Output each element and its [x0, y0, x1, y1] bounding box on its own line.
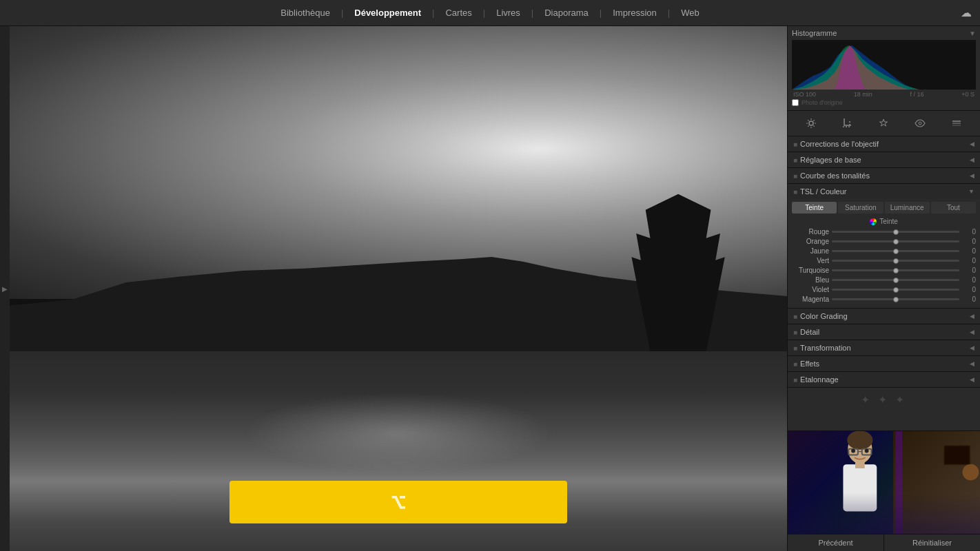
nav-sep-1: | — [341, 8, 343, 18]
top-navigation: Bibliothèque | Développement | Cartes | … — [0, 0, 980, 26]
slider-rouge: Rouge 0 — [792, 228, 976, 236]
photo-origin-checkbox[interactable] — [792, 99, 799, 106]
section-reglages-base: ■ Réglages de base ◀ — [788, 152, 980, 168]
slider-value-orange: 0 — [959, 238, 976, 245]
histogram-header: Histogramme ▼ — [792, 29, 976, 37]
section-toggle-dot-5: ■ — [793, 313, 797, 320]
shortcut-overlay: ⌥ — [229, 481, 567, 523]
tsl-content-header: Teinte — [792, 218, 976, 225]
webcam-feed — [788, 430, 980, 534]
nav-web[interactable]: Web — [678, 6, 702, 19]
section-toggle-dot-9: ■ — [793, 376, 797, 384]
section-header-reglages[interactable]: ■ Réglages de base ◀ — [788, 152, 980, 167]
shortcut-symbol: ⌥ — [391, 488, 406, 517]
nav-sep-3: | — [483, 8, 485, 18]
nav-impression[interactable]: Impression — [610, 6, 660, 19]
nav-sep-2: | — [432, 8, 434, 18]
slider-value-violet: 0 — [959, 286, 976, 293]
svg-point-0 — [809, 121, 813, 125]
tool-icons-row — [788, 111, 980, 136]
section-header-effets[interactable]: ■ Effets ◀ — [788, 356, 980, 371]
section-toggle-dot-7: ■ — [793, 344, 797, 352]
slider-label-turquoise: Turquoise — [792, 267, 832, 274]
section-tsl: ■ TSL / Couleur ▼ Teinte Saturation Lumi… — [788, 184, 980, 309]
slider-label-jaune: Jaune — [792, 247, 832, 255]
etalonnage-arrow: ◀ — [970, 376, 974, 383]
section-header-tsl[interactable]: ■ TSL / Couleur ▼ — [788, 184, 980, 199]
nav-bibliotheque[interactable]: Bibliothèque — [278, 6, 333, 19]
slider-label-rouge: Rouge — [792, 228, 832, 236]
nav-diaporama[interactable]: Diaporama — [542, 6, 591, 19]
section-toggle-dot-8: ■ — [793, 360, 797, 368]
corrections-arrow: ◀ — [970, 141, 974, 147]
section-header-etalonnage[interactable]: ■ Etalonnage ◀ — [788, 372, 980, 387]
detail-label: Détail — [800, 328, 819, 336]
section-color-grading: ■ Color Grading ◀ — [788, 309, 980, 324]
slider-track-magenta[interactable] — [832, 298, 959, 300]
crop-icon[interactable] — [839, 115, 856, 132]
tab-tout[interactable]: Tout — [931, 202, 976, 214]
nav-livres[interactable]: Livres — [493, 6, 523, 19]
slider-label-vert: Vert — [792, 257, 832, 264]
etalonnage-label: Etalonnage — [800, 375, 839, 384]
develop-settings-icon[interactable] — [803, 115, 819, 132]
svg-rect-15 — [945, 446, 970, 464]
left-panel-toggle[interactable]: ▶ — [0, 26, 10, 551]
slider-magenta: Magenta 0 — [792, 295, 976, 303]
slider-track-jaune[interactable] — [832, 250, 959, 252]
histogram-title: Histogramme — [792, 29, 837, 37]
tab-saturation[interactable]: Saturation — [838, 202, 883, 214]
histogram-section: Histogramme ▼ ISO 100 18 min — [788, 26, 980, 111]
section-header-transformation[interactable]: ■ Transformation ◀ — [788, 340, 980, 355]
courbe-label: Courbe des tonalités — [800, 171, 870, 180]
corrections-label: Corrections de l'objectif — [800, 140, 879, 148]
reglages-arrow: ◀ — [970, 156, 974, 163]
hist-iso: ISO 100 — [793, 91, 816, 98]
slider-track-rouge[interactable] — [832, 231, 959, 233]
heal-icon[interactable] — [875, 115, 892, 132]
water-reflection — [243, 393, 553, 472]
section-effets: ■ Effets ◀ — [788, 356, 980, 372]
section-header-detail[interactable]: ■ Détail ◀ — [788, 324, 980, 340]
slider-track-violet[interactable] — [832, 289, 959, 291]
svg-point-12 — [851, 449, 855, 453]
nav-sep-6: | — [668, 8, 670, 18]
slider-track-orange[interactable] — [832, 240, 959, 242]
panel-scroll[interactable]: ■ Corrections de l'objectif ◀ ■ Réglages… — [788, 136, 980, 430]
section-header-color-grading[interactable]: ■ Color Grading ◀ — [788, 309, 980, 324]
effets-label: Effets — [800, 360, 819, 368]
reset-button[interactable]: Réinitialiser — [884, 534, 980, 551]
slider-track-vert[interactable] — [832, 260, 959, 262]
right-panel: Histogramme ▼ ISO 100 18 min — [787, 26, 980, 551]
hist-time: 18 min — [854, 91, 872, 98]
section-header-courbe[interactable]: ■ Courbe des tonalités ◀ — [788, 168, 980, 183]
nav-developpement[interactable]: Développement — [351, 6, 424, 19]
monitor-glow — [788, 492, 980, 534]
section-toggle-dot-1: ■ — [793, 141, 797, 148]
photo-origin-row: Photo d'origine — [792, 98, 976, 107]
tab-teinte[interactable]: Teinte — [792, 202, 837, 214]
slider-track-bleu[interactable] — [832, 279, 959, 281]
hist-aperture: f / 16 — [910, 91, 923, 98]
color-grading-label: Color Grading — [800, 312, 847, 320]
nav-cartes[interactable]: Cartes — [442, 6, 474, 19]
redeye-icon[interactable] — [912, 115, 928, 132]
section-courbe: ■ Courbe des tonalités ◀ — [788, 168, 980, 184]
prev-button[interactable]: Précédent — [788, 534, 884, 551]
nav-sep-4: | — [531, 8, 533, 18]
slider-track-turquoise[interactable] — [832, 269, 959, 271]
tab-luminance[interactable]: Luminance — [885, 202, 930, 214]
histogram-svg — [792, 40, 976, 90]
slider-bleu: Bleu 0 — [792, 276, 976, 284]
svg-point-6 — [847, 431, 872, 450]
cloud-icon[interactable]: ☁ — [961, 6, 972, 19]
graduated-filter-icon[interactable] — [948, 115, 965, 132]
webcam-background — [788, 431, 980, 534]
section-header-corrections[interactable]: ■ Corrections de l'objectif ◀ — [788, 136, 980, 152]
histogram-arrow[interactable]: ▼ — [969, 30, 976, 37]
transformation-arrow: ◀ — [970, 344, 974, 351]
decorative-ornament: ✦ ✦ ✦ — [788, 388, 980, 412]
svg-point-13 — [864, 449, 868, 453]
slider-label-orange: Orange — [792, 238, 832, 245]
slider-value-turquoise: 0 — [959, 267, 976, 274]
